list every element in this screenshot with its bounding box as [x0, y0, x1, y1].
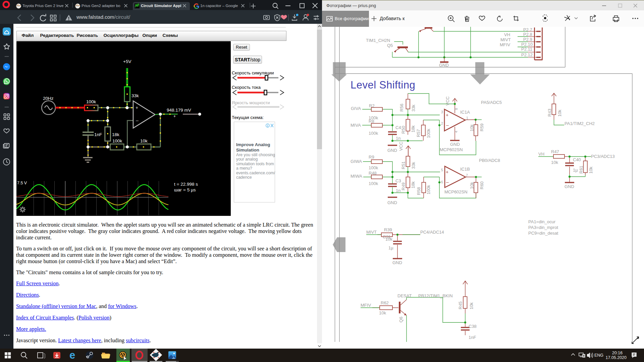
- svg-text:MIVA: MIVA: [351, 123, 361, 128]
- svg-text:R51: R51: [401, 161, 406, 169]
- svg-text:–: –: [446, 122, 449, 128]
- svg-text:VCC: VCC: [398, 142, 404, 151]
- svg-text:GND: GND: [387, 148, 397, 153]
- svg-text:MCP602SN: MCP602SN: [440, 147, 463, 152]
- svg-text:GND: GND: [450, 142, 460, 147]
- svg-text:33k: 33k: [131, 93, 139, 98]
- svg-text:5: 5: [441, 168, 443, 172]
- svg-text:GND: GND: [439, 63, 449, 68]
- svg-text:R8: R8: [369, 119, 374, 124]
- svg-text:PA1=din_ocur: PA1=din_ocur: [528, 219, 556, 224]
- svg-text:R50: R50: [401, 126, 406, 134]
- svg-text:1: 1: [466, 116, 468, 120]
- svg-text:Level Shifting: Level Shifting: [351, 79, 415, 91]
- svg-text:шаг = 5 µs: шаг = 5 µs: [174, 187, 196, 192]
- svg-text:10k: 10k: [379, 310, 386, 315]
- svg-text:1µ: 1µ: [573, 168, 578, 173]
- svg-text:P2.10: P2.10: [521, 42, 533, 47]
- svg-text:+: +: [173, 114, 176, 119]
- svg-text:8: 8: [454, 108, 458, 110]
- svg-text:t = 22.998 s: t = 22.998 s: [174, 182, 198, 187]
- svg-text:+5V: +5V: [123, 59, 131, 64]
- svg-text:PB12/TIM1_BKIN: PB12/TIM1_BKIN: [418, 293, 453, 298]
- svg-text:R57: R57: [416, 129, 421, 137]
- svg-text:R62: R62: [381, 300, 389, 305]
- svg-text:33k: 33k: [411, 162, 416, 169]
- svg-text:P2.7: P2.7: [523, 27, 532, 32]
- svg-text:100k: 100k: [369, 131, 378, 136]
- svg-text:R45: R45: [458, 301, 463, 309]
- svg-text:PB0/ADC8: PB0/ADC8: [479, 158, 500, 163]
- svg-text:20Hz: 20Hz: [43, 96, 54, 101]
- svg-text:R43: R43: [547, 109, 552, 117]
- svg-text:MIVT: MIVT: [366, 230, 377, 235]
- svg-text:GND: GND: [392, 260, 402, 265]
- svg-text:33k: 33k: [411, 105, 416, 112]
- svg-text:C3: C3: [395, 178, 401, 183]
- svg-text:PC9=din_desat: PC9=din_desat: [528, 231, 558, 236]
- svg-text:10k: 10k: [469, 124, 474, 131]
- svg-text:2: 2: [441, 121, 443, 125]
- svg-text:100k: 100k: [369, 181, 378, 186]
- svg-text:3: 3: [441, 110, 443, 114]
- svg-text:1nF: 1nF: [469, 335, 476, 340]
- svg-text:GIWA: GIWA: [351, 159, 362, 164]
- svg-text:1n: 1n: [396, 188, 400, 193]
- svg-text:4: 4: [454, 131, 458, 133]
- svg-text:100k: 100k: [112, 138, 122, 143]
- svg-text:10k: 10k: [140, 138, 148, 143]
- svg-text:+: +: [136, 105, 138, 110]
- svg-text:10k: 10k: [551, 160, 558, 165]
- svg-text:MCP602SN: MCP602SN: [444, 189, 468, 194]
- svg-text:VH: VH: [504, 32, 510, 37]
- svg-text:PA5/ADC5: PA5/ADC5: [481, 100, 502, 105]
- svg-text:17.05.2020: 17.05.2020: [605, 355, 627, 360]
- svg-text:C38: C38: [469, 324, 477, 329]
- svg-text:e: e: [69, 349, 75, 361]
- svg-text:R48: R48: [369, 171, 377, 176]
- svg-text:MFIV: MFIV: [500, 42, 510, 47]
- svg-text:PC3/ADC13: PC3/ADC13: [591, 154, 615, 159]
- svg-text:R47: R47: [551, 149, 559, 154]
- svg-text:20:16: 20:16: [612, 351, 623, 355]
- svg-text:Q5: Q5: [387, 43, 393, 48]
- svg-text:+: +: [446, 169, 448, 175]
- svg-text:R59: R59: [479, 123, 484, 131]
- svg-text:10k: 10k: [557, 110, 562, 117]
- svg-text:6: 6: [441, 180, 443, 184]
- svg-text:1µ: 1µ: [388, 245, 393, 250]
- svg-text:PC4/ADC14: PC4/ADC14: [420, 230, 444, 235]
- svg-text:PA3=din_mprot: PA3=din_mprot: [528, 225, 558, 230]
- svg-text:10k: 10k: [385, 237, 392, 242]
- svg-text:–: –: [136, 118, 139, 123]
- svg-text:Q6: Q6: [398, 317, 404, 322]
- svg-text:–: –: [446, 179, 449, 185]
- svg-text:C4: C4: [395, 125, 401, 130]
- svg-text:10k: 10k: [588, 167, 593, 174]
- svg-text:R56: R56: [399, 104, 404, 112]
- svg-text:18k: 18k: [411, 125, 416, 132]
- svg-text:IC1B: IC1B: [460, 167, 470, 172]
- svg-text:100k: 100k: [426, 128, 431, 138]
- svg-text:1nF: 1nF: [94, 132, 102, 137]
- svg-text:C40: C40: [573, 157, 581, 162]
- svg-text:7.5 V: 7.5 V: [17, 181, 27, 185]
- svg-text:R61: R61: [579, 166, 584, 174]
- svg-text:DESAT: DESAT: [397, 293, 412, 298]
- svg-text:R60: R60: [479, 181, 484, 189]
- svg-text:PA1/TIM2_CH2: PA1/TIM2_CH2: [565, 121, 595, 126]
- svg-text:+: +: [446, 112, 448, 118]
- svg-text:GIVA: GIVA: [351, 106, 361, 111]
- svg-text:P2.11: P2.11: [521, 47, 532, 52]
- svg-text:VCC: VCC: [445, 97, 450, 106]
- svg-text:948.179 mV: 948.179 mV: [167, 108, 191, 113]
- svg-text:GND: GND: [387, 200, 397, 205]
- svg-text:R2: R2: [369, 103, 375, 108]
- svg-text:18k: 18k: [112, 132, 119, 137]
- svg-text:100k: 100k: [86, 99, 96, 104]
- svg-text:GND: GND: [565, 184, 574, 189]
- svg-text:18k: 18k: [411, 181, 416, 188]
- svg-text:R58: R58: [416, 187, 421, 195]
- svg-text:VH: VH: [538, 152, 544, 157]
- svg-text:IC1A: IC1A: [460, 110, 470, 115]
